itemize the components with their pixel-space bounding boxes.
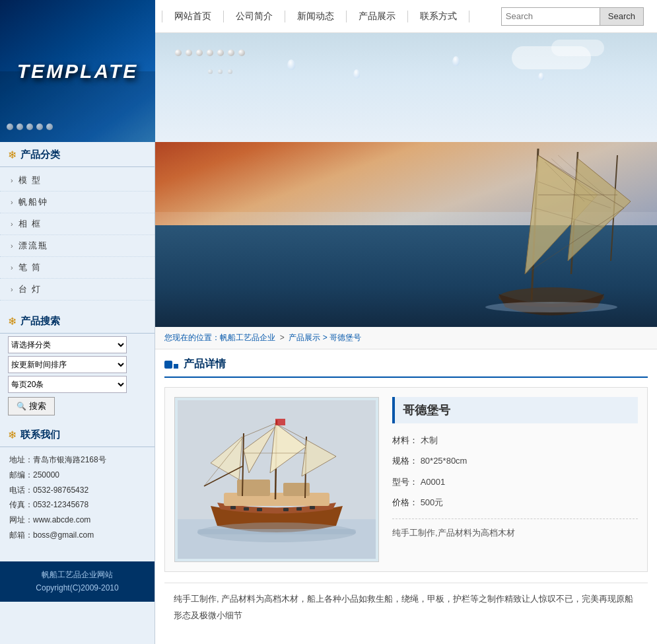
category-item-1[interactable]: › 帆船钟: [0, 192, 155, 213]
search-input[interactable]: [501, 7, 600, 26]
sidebar-footer: 帆船工艺品企业网站 Copyright(C)2009-2010: [0, 561, 155, 602]
svg-rect-34: [244, 507, 249, 511]
contact-section-title: 联系我们: [20, 429, 60, 441]
product-info: 哥德堡号 材料： 木制 规格： 80*25*80cm 型号： A0001 价格: [392, 397, 638, 562]
cat-arrow-4: ›: [11, 264, 13, 271]
cat-arrow-0: ›: [11, 176, 13, 184]
cat-label-2: 相 框: [18, 218, 42, 230]
sidebar-search-icon: 🔍: [17, 402, 26, 411]
category-item-2[interactable]: › 相 框: [0, 213, 155, 235]
breadcrumb-products[interactable]: 产品展示: [289, 333, 320, 342]
logo-area: TEMPLATE: [0, 0, 155, 142]
category-title: 产品分类: [20, 149, 60, 161]
cat-arrow-1: ›: [11, 198, 13, 206]
cat-label-5: 台 灯: [18, 283, 42, 295]
svg-rect-36: [283, 508, 289, 511]
cat-label-3: 漂流瓶: [18, 240, 48, 252]
nav-home[interactable]: 网站首页: [162, 11, 224, 22]
ship-sail-svg: [393, 142, 657, 327]
category-item-4[interactable]: › 笔 筒: [0, 257, 155, 279]
search-area: Search: [501, 7, 644, 26]
nav-about[interactable]: 公司简介: [224, 11, 285, 22]
contact-info: 地址：青岛市银海路2168号 邮编：250000 电话：0532-9876543…: [0, 447, 155, 548]
svg-rect-33: [230, 506, 236, 509]
nav-products[interactable]: 产品展示: [347, 11, 408, 22]
nav-news[interactable]: 新闻动态: [285, 11, 347, 22]
banner: [155, 33, 657, 142]
product-material: 材料： 木制: [392, 433, 638, 448]
product-price: 价格： 500元: [392, 495, 638, 510]
cat-label-0: 模 型: [18, 174, 42, 186]
per-page-select[interactable]: 每页20条: [8, 376, 127, 393]
category-section-header: ❄ 产品分类: [0, 142, 155, 167]
contact-website: 网址：www.abcde.com: [9, 513, 145, 528]
search-section-icon: ❄: [8, 315, 17, 328]
category-list: › 模 型 › 帆船钟 › 相 框 › 漂流瓶 › 笔 筒 › 台 灯: [0, 167, 155, 303]
content-area: 您现在的位置：帆船工艺品企业 > 产品展示 > 哥德堡号 产品详情: [155, 142, 657, 644]
breadcrumb-home: 您现在的位置：帆船工艺品企业: [164, 333, 275, 342]
svg-rect-35: [257, 508, 262, 511]
category-item-5[interactable]: › 台 灯: [0, 279, 155, 301]
category-icon: ❄: [8, 149, 17, 161]
svg-point-14: [485, 302, 617, 312]
category-item-3[interactable]: › 漂流瓶: [0, 235, 155, 257]
product-ship-model: [178, 400, 376, 559]
breadcrumb: 您现在的位置：帆船工艺品企业 > 产品展示 > 哥德堡号: [155, 327, 657, 349]
product-image-box: [174, 397, 379, 562]
contact-zip: 邮编：250000: [9, 468, 145, 483]
contact-section-icon: ❄: [8, 429, 17, 441]
hero-image: [155, 142, 657, 327]
logo-text: TEMPLATE: [17, 60, 138, 83]
product-card: 哥德堡号 材料： 木制 规格： 80*25*80cm 型号： A0001 价格: [164, 387, 648, 572]
svg-rect-41: [197, 529, 356, 534]
category-select[interactable]: 请选择分类: [8, 336, 127, 353]
sidebar-footer-line2: Copyright(C)2009-2010: [7, 581, 148, 594]
svg-rect-39: [275, 419, 285, 425]
product-search-section: ❄ 产品搜索 请选择分类 按更新时间排序 每页20条 🔍 搜索: [0, 308, 155, 415]
contact-section: ❄ 联系我们 地址：青岛市银海路2168号 邮编：250000 电话：0532-…: [0, 422, 155, 548]
contact-section-header: ❄ 联系我们: [0, 422, 155, 447]
breadcrumb-sep: >: [323, 333, 329, 342]
header-dot-small: [174, 364, 178, 369]
category-item-0[interactable]: › 模 型: [0, 170, 155, 192]
cat-label-1: 帆船钟: [18, 196, 48, 208]
product-model: 型号： A0001: [392, 474, 638, 489]
sort-select[interactable]: 按更新时间排序: [8, 356, 127, 373]
section-header-bar: 产品详情: [164, 357, 648, 378]
section-header-title: 产品详情: [184, 357, 226, 371]
sidebar: ❄ 产品分类 › 模 型 › 帆船钟 › 相 框 › 漂流瓶 › 笔 筒: [0, 142, 155, 644]
contact-address: 地址：青岛市银海路2168号: [9, 452, 145, 468]
svg-rect-38: [310, 506, 315, 509]
cat-arrow-2: ›: [11, 220, 13, 228]
product-name: 哥德堡号: [392, 397, 638, 423]
sidebar-footer-line1: 帆船工艺品企业网站: [7, 568, 148, 581]
product-detail: 产品详情: [155, 349, 657, 644]
sidebar-search-button[interactable]: 🔍 搜索: [8, 397, 55, 415]
product-full-desc: 纯手工制作, 产品材料为高档木材，船上各种小品如救生船，绕绳，甲板，护栏等之制作…: [164, 583, 648, 637]
search-section-header: ❄ 产品搜索: [0, 308, 155, 334]
header-dot-large: [164, 361, 172, 369]
nav-bar: 网站首页 公司简介 新闻动态 产品展示 联系方式 Search: [155, 0, 657, 33]
svg-rect-37: [296, 507, 302, 511]
nav-links: 网站首页 公司简介 新闻动态 产品展示 联系方式: [162, 11, 501, 22]
nav-contact[interactable]: 联系方式: [408, 11, 469, 22]
breadcrumb-current: 哥德堡号: [329, 333, 361, 342]
contact-email: 邮箱：boss@gmail.com: [9, 528, 145, 543]
cat-arrow-5: ›: [11, 285, 13, 293]
search-section-title: 产品搜索: [20, 315, 60, 328]
product-short-desc: 纯手工制作,产品材料为高档木材: [392, 519, 638, 540]
cat-label-4: 笔 筒: [18, 262, 42, 273]
search-button[interactable]: Search: [600, 7, 644, 26]
contact-fax: 传真：0532-12345678: [9, 497, 145, 513]
contact-phone: 电话：0532-98765432: [9, 483, 145, 498]
product-size: 规格： 80*25*80cm: [392, 453, 638, 468]
cat-arrow-3: ›: [11, 242, 13, 250]
